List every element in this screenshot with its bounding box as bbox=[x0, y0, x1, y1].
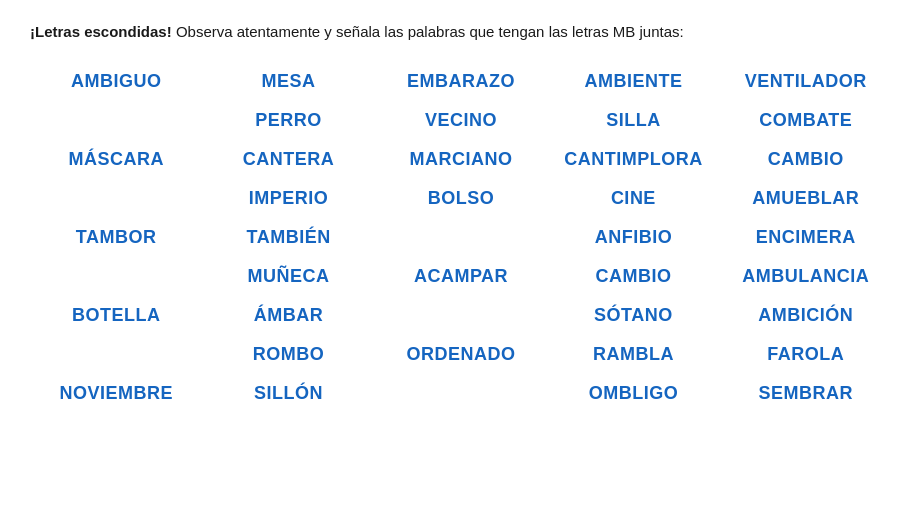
word-cell[interactable]: MARCIANO bbox=[375, 140, 547, 179]
word-cell[interactable]: BOTELLA bbox=[30, 296, 202, 335]
word-cell[interactable]: PERRO bbox=[202, 101, 374, 140]
word-cell[interactable]: OMBLIGO bbox=[547, 374, 719, 413]
word-cell[interactable]: EMBARAZO bbox=[375, 62, 547, 101]
word-cell[interactable]: ÁMBAR bbox=[202, 296, 374, 335]
word-cell[interactable]: CAMBIO bbox=[720, 140, 892, 179]
word-cell[interactable]: SILLA bbox=[547, 101, 719, 140]
word-cell[interactable]: BOLSO bbox=[375, 179, 547, 218]
word-cell[interactable]: RAMBLA bbox=[547, 335, 719, 374]
word-cell[interactable]: VENTILADOR bbox=[720, 62, 892, 101]
word-cell[interactable]: ROMBO bbox=[202, 335, 374, 374]
word-cell[interactable]: AMBICIÓN bbox=[720, 296, 892, 335]
word-cell[interactable]: ANFIBIO bbox=[547, 218, 719, 257]
word-cell[interactable]: ORDENADO bbox=[375, 335, 547, 374]
instructions-bold: ¡Letras escondidas! bbox=[30, 23, 172, 40]
word-cell[interactable]: MESA bbox=[202, 62, 374, 101]
word-cell[interactable]: FAROLA bbox=[720, 335, 892, 374]
word-cell[interactable]: TAMBIÉN bbox=[202, 218, 374, 257]
word-cell[interactable]: AMUEBLAR bbox=[720, 179, 892, 218]
word-cell[interactable]: MÁSCARA bbox=[30, 140, 202, 179]
word-cell[interactable]: SEMBRAR bbox=[720, 374, 892, 413]
word-cell[interactable]: CANTERA bbox=[202, 140, 374, 179]
word-cell[interactable]: ACAMPAR bbox=[375, 257, 547, 296]
word-cell[interactable]: VECINO bbox=[375, 101, 547, 140]
word-cell[interactable]: AMBIGUO bbox=[30, 62, 202, 101]
word-cell[interactable]: NOVIEMBRE bbox=[30, 374, 202, 413]
word-cell[interactable]: CAMBIO bbox=[547, 257, 719, 296]
instructions-block: ¡Letras escondidas! Observa atentamente … bbox=[30, 20, 892, 44]
word-cell[interactable]: CINE bbox=[547, 179, 719, 218]
instructions-text: Observa atentamente y señala las palabra… bbox=[172, 23, 684, 40]
word-cell[interactable]: SÓTANO bbox=[547, 296, 719, 335]
word-cell[interactable]: COMBATE bbox=[720, 101, 892, 140]
word-cell[interactable]: SILLÓN bbox=[202, 374, 374, 413]
word-cell[interactable]: IMPERIO bbox=[202, 179, 374, 218]
word-cell[interactable]: MUÑECA bbox=[202, 257, 374, 296]
words-grid: AMBIGUOMESAEMBARAZOAMBIENTEVENTILADORPER… bbox=[30, 62, 892, 413]
word-cell[interactable]: ENCIMERA bbox=[720, 218, 892, 257]
word-cell[interactable]: AMBULANCIA bbox=[720, 257, 892, 296]
word-cell[interactable]: CANTIMPLORA bbox=[547, 140, 719, 179]
word-cell[interactable]: TAMBOR bbox=[30, 218, 202, 257]
word-cell[interactable]: AMBIENTE bbox=[547, 62, 719, 101]
